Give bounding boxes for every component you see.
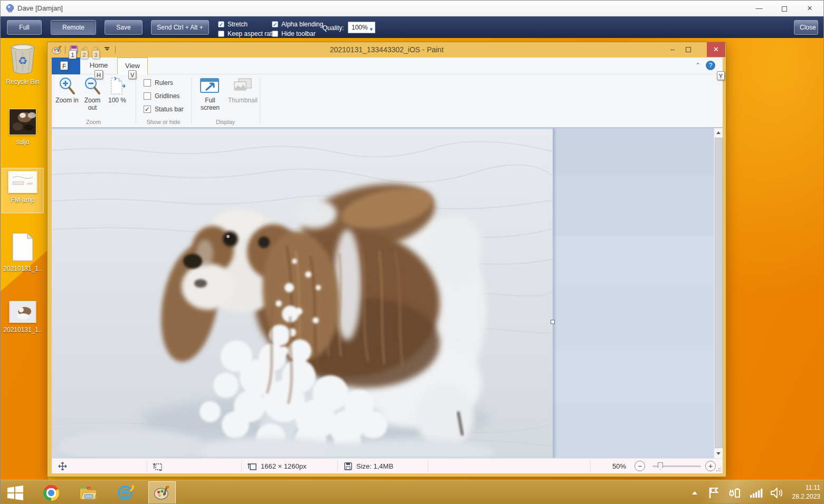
keytip-redo: 3	[92, 50, 100, 59]
scrollbar-thumb[interactable]	[715, 138, 723, 448]
minimize-button[interactable]: —	[747, 1, 771, 16]
maximize-button[interactable]	[773, 1, 796, 16]
scroll-down-button[interactable]	[714, 449, 723, 458]
desktop-icon-file-1[interactable]: 20210131_1..	[1, 232, 45, 272]
paint-close-button[interactable]: ✕	[707, 42, 725, 57]
desktop-icon-fm-amp[interactable]: FM-amp	[1, 171, 45, 204]
vertical-scrollbar[interactable]	[714, 128, 723, 458]
zoom-100-button[interactable]: 100 %	[107, 77, 128, 104]
zoom-100-label: 100 %	[107, 97, 128, 104]
paint-status-bar: 1662 × 1260px Size: 1,4MB 50% −	[52, 458, 723, 473]
gridlines-label: Gridlines	[155, 92, 179, 100]
desktop-icon-file-2[interactable]: 20210131_1..	[1, 301, 45, 334]
zoom-slider[interactable]	[652, 465, 701, 467]
desktop-icon-suljo[interactable]: suljo	[1, 109, 45, 146]
keytip-view: V	[128, 70, 136, 79]
windows-logo-icon	[7, 486, 23, 500]
alpha-blending-checkbox[interactable]: ✓	[272, 21, 278, 27]
paint-maximize-button[interactable]	[680, 42, 696, 57]
desktop-background-facet	[1, 250, 48, 480]
alpha-blending-label: Alpha blending	[281, 21, 323, 28]
window-resize-grip[interactable]	[716, 467, 721, 472]
paint-titlebar: ↶ ↷ 20210131_133443302_iOS - Paint – ✕ 1…	[48, 42, 726, 58]
status-bar-checkbox[interactable]: ✓	[144, 106, 151, 113]
canvas-photo-dog-in-snow[interactable]	[52, 129, 553, 457]
desktop-icon-recycle-bin[interactable]: ♻ Recycle Bin	[1, 43, 45, 85]
zoom-out-icon	[83, 77, 101, 96]
tray-volume[interactable]	[771, 480, 783, 504]
window-title: Dave [Damjan]	[17, 4, 63, 12]
canvas-dimensions: 1662 × 1260px	[261, 462, 306, 470]
scroll-down-icon	[716, 452, 721, 455]
paint-minimize-button[interactable]: –	[665, 42, 680, 57]
alpha-blending-checkbox-row: ✓ Alpha blending	[272, 21, 323, 27]
zoom-slider-thumb[interactable]	[658, 462, 663, 470]
close-window-button[interactable]: ✕	[798, 1, 821, 16]
file-explorer-icon	[79, 485, 97, 501]
taskbar-file-explorer[interactable]	[79, 483, 98, 502]
taskbar-internet-explorer[interactable]	[116, 483, 135, 502]
group-label-show-or-hide: Show or hide	[136, 119, 191, 125]
keep-aspect-ratio-checkbox[interactable]	[218, 31, 224, 37]
start-button[interactable]	[6, 483, 25, 502]
rulers-checkbox-row[interactable]: Rulers	[144, 79, 173, 87]
document-icon	[11, 232, 35, 262]
tray-show-hidden[interactable]	[692, 480, 698, 504]
zoom-in-icon	[58, 77, 76, 96]
close-session-button[interactable]: Close	[794, 20, 818, 35]
desktop-icon-label: FM-amp	[1, 196, 45, 204]
paint-maximize-icon	[686, 47, 691, 52]
paint-title: 20210131_133443302_iOS - Paint	[48, 45, 726, 54]
svg-text:♻: ♻	[18, 55, 27, 66]
zoom-out-status-button[interactable]: −	[634, 461, 645, 471]
maximize-icon	[782, 6, 787, 12]
status-bar-checkbox-row[interactable]: ✓ Status bar	[144, 106, 184, 113]
rulers-checkbox[interactable]	[144, 79, 151, 87]
keytip-undo: 2	[80, 50, 88, 59]
full-screen-button[interactable]: Full screen	[7, 20, 42, 35]
ribbon-tab-row: Home View ⌃ ?	[52, 58, 723, 74]
group-separator	[136, 78, 136, 124]
stretch-checkbox[interactable]: ✓	[218, 21, 224, 27]
gridlines-checkbox[interactable]	[144, 92, 151, 100]
save-screen-button[interactable]: Save screen	[105, 20, 143, 35]
internet-explorer-icon	[116, 484, 134, 501]
remote-control-button[interactable]: Remote control	[51, 20, 96, 35]
tray-power[interactable]	[728, 480, 741, 504]
remote-toolbar: Full screen Remote control Save screen S…	[1, 16, 823, 38]
status-separator	[337, 461, 338, 471]
taskbar-clock[interactable]: 11:11 28.2.2023	[792, 483, 820, 501]
zoom-in-status-button[interactable]: +	[705, 461, 716, 471]
thumbnail-label: Thumbnail	[226, 97, 260, 104]
scroll-up-button[interactable]	[714, 128, 723, 137]
tray-network[interactable]	[750, 480, 763, 504]
zoom-out-button[interactable]: Zoom out	[80, 77, 105, 111]
thumbnail-button[interactable]: Thumbnail	[226, 77, 260, 104]
clock-date: 28.2.2023	[792, 492, 820, 501]
taskbar-paint-active[interactable]	[148, 481, 176, 504]
taskbar-chrome[interactable]	[42, 483, 61, 502]
hide-toolbar-checkbox[interactable]	[272, 31, 278, 37]
gridlines-checkbox-row[interactable]: Gridlines	[144, 92, 179, 100]
send-ctrl-alt-del-button[interactable]: Send Ctrl + Alt + Del	[151, 20, 209, 35]
hide-toolbar-checkbox-row: Hide toolbar	[272, 30, 316, 37]
zoom-in-button[interactable]: Zoom in	[55, 77, 79, 104]
scroll-up-icon	[716, 131, 721, 134]
thumbnail-icon	[232, 77, 253, 94]
remote-titlebar: Dave [Damjan] — ✕	[1, 1, 823, 16]
taskbar: 11:11 28.2.2023	[1, 480, 824, 504]
full-screen-ribbon-button[interactable]: Full screen	[196, 77, 224, 111]
help-icon[interactable]: ?	[706, 61, 715, 70]
chevron-down-icon: ▾	[370, 24, 373, 34]
canvas-resize-handle[interactable]	[551, 320, 555, 324]
paint-window: ↶ ↷ 20210131_133443302_iOS - Paint – ✕ 1…	[47, 42, 726, 477]
selection-size-icon	[153, 462, 163, 471]
collapse-ribbon-icon[interactable]: ⌃	[695, 62, 700, 69]
zoom-in-label: Zoom in	[55, 97, 79, 104]
zoom-level-text: 50%	[612, 462, 626, 470]
canvas-area	[52, 128, 723, 458]
tray-action-center[interactable]	[708, 480, 719, 504]
hide-toolbar-label: Hide toolbar	[281, 30, 316, 37]
quality-dropdown[interactable]: 100% ▾	[348, 22, 375, 33]
zoom-100-icon	[109, 77, 125, 96]
